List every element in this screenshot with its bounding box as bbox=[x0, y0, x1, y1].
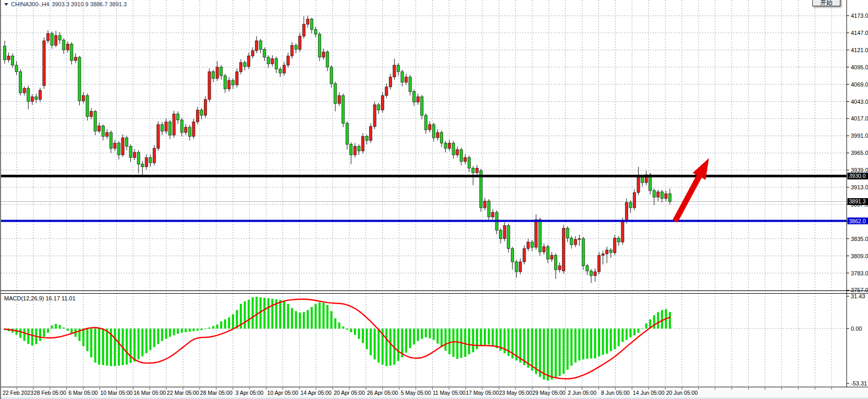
macd-histogram-bar bbox=[350, 329, 352, 332]
candle bbox=[295, 45, 297, 50]
macd-histogram-bar bbox=[385, 329, 387, 366]
start-button[interactable]: 开始 bbox=[812, 0, 840, 6]
candle bbox=[370, 127, 372, 141]
date-axis-label: 10 Mar 05:00 bbox=[100, 390, 132, 396]
candle bbox=[287, 56, 289, 65]
macd-histogram-bar bbox=[496, 329, 498, 348]
candle bbox=[326, 52, 329, 67]
candle bbox=[546, 247, 549, 259]
date-axis-label: 20 Apr 05:00 bbox=[334, 390, 365, 396]
macd-histogram-bar bbox=[47, 329, 49, 333]
macd-histogram-bar bbox=[126, 329, 128, 365]
macd-histogram-bar bbox=[358, 329, 360, 339]
current-price-line-tag-label: 3891.3 bbox=[849, 198, 866, 204]
macd-histogram-bar bbox=[397, 329, 399, 361]
date-axis-label: 3 Apr 05:00 bbox=[236, 390, 264, 396]
candle bbox=[248, 56, 250, 66]
macd-histogram-bar bbox=[338, 322, 340, 329]
macd-histogram-bar bbox=[228, 317, 230, 329]
terminal-window: 4173.04147.04121.04095.04069.04043.04017… bbox=[0, 0, 868, 399]
candle bbox=[405, 77, 408, 82]
macd-histogram-bar bbox=[555, 329, 557, 378]
candle bbox=[267, 57, 270, 64]
macd-histogram-bar bbox=[323, 303, 325, 329]
candle bbox=[35, 97, 38, 100]
candle bbox=[51, 33, 53, 45]
macd-histogram-bar bbox=[212, 326, 214, 329]
macd-histogram-bar bbox=[488, 329, 490, 345]
macd-histogram-bar bbox=[621, 329, 624, 342]
candle bbox=[492, 212, 494, 217]
candle bbox=[361, 137, 364, 151]
candle bbox=[302, 24, 305, 36]
macd-histogram-bar bbox=[255, 297, 258, 329]
macd-histogram-bar bbox=[161, 329, 163, 341]
macd-histogram-bar bbox=[314, 304, 316, 329]
candle bbox=[393, 65, 396, 77]
trend-arrow-shaft[interactable] bbox=[675, 174, 701, 221]
macd-histogram-bar bbox=[480, 329, 482, 346]
macd-histogram-bar bbox=[102, 329, 104, 365]
chart-area[interactable]: 4173.04147.04121.04095.04069.04043.04017… bbox=[1, 0, 868, 399]
candle bbox=[448, 143, 451, 148]
macd-histogram-bar bbox=[133, 329, 136, 361]
macd-histogram-bar bbox=[456, 329, 458, 359]
candle bbox=[452, 143, 455, 155]
candle bbox=[239, 63, 242, 72]
candle bbox=[460, 150, 462, 162]
macd-histogram-bar bbox=[287, 304, 289, 329]
candle bbox=[133, 152, 136, 158]
macd-histogram-bar bbox=[453, 329, 455, 357]
candle bbox=[665, 194, 667, 198]
date-axis-label: 2 Jun 05:00 bbox=[568, 390, 596, 396]
macd-histogram-bar bbox=[618, 329, 620, 346]
price-axis-label: 3757.0 bbox=[851, 287, 868, 293]
chart-title: CHINA300-,H4 3903.3 3910.9 3886.7 3891.3 bbox=[4, 1, 127, 7]
macd-histogram-bar bbox=[224, 319, 226, 329]
macd-histogram-bar bbox=[59, 325, 61, 329]
macd-histogram-bar bbox=[543, 329, 545, 380]
macd-histogram-bar bbox=[27, 329, 29, 344]
candle bbox=[94, 111, 96, 131]
macd-histogram-bar bbox=[185, 329, 187, 332]
macd-histogram-bar bbox=[669, 312, 671, 329]
macd-histogram-bar bbox=[153, 329, 155, 347]
date-axis-label: 20 Jun 05:00 bbox=[666, 390, 698, 396]
date-axis-label: 10 Apr 05:00 bbox=[267, 390, 299, 396]
macd-histogram-bar bbox=[19, 329, 21, 338]
price-axis-label: 4147.0 bbox=[851, 30, 868, 36]
macd-histogram-bar bbox=[602, 329, 604, 355]
candle bbox=[597, 255, 600, 272]
macd-histogram-bar bbox=[220, 321, 222, 329]
macd-histogram-bar bbox=[55, 324, 57, 329]
date-axis-label: 5 May 05:00 bbox=[401, 390, 431, 396]
candle bbox=[15, 65, 18, 72]
macd-histogram-bar bbox=[559, 329, 561, 376]
candle bbox=[358, 147, 360, 151]
candle bbox=[590, 271, 592, 276]
macd-histogram-bar bbox=[374, 329, 376, 359]
macd-histogram-bar bbox=[539, 329, 541, 377]
candle bbox=[641, 177, 644, 183]
candle bbox=[373, 105, 376, 127]
macd-signal-line bbox=[5, 299, 670, 379]
macd-histogram-bar bbox=[586, 329, 588, 359]
price-axis-label: 3939.0 bbox=[851, 167, 868, 173]
candle bbox=[23, 88, 26, 93]
candle bbox=[397, 65, 399, 72]
candle bbox=[334, 83, 337, 103]
macd-histogram-bar bbox=[197, 329, 199, 331]
price-axis-label: 3835.0 bbox=[851, 236, 868, 242]
candle bbox=[169, 122, 172, 135]
symbol-dropdown-icon[interactable] bbox=[4, 3, 8, 6]
macd-histogram-bar bbox=[23, 329, 26, 341]
macd-histogram-bar bbox=[574, 329, 577, 362]
macd-histogram-bar bbox=[570, 329, 572, 366]
candle bbox=[121, 138, 124, 155]
candle bbox=[582, 239, 584, 266]
candle bbox=[444, 143, 447, 148]
candle bbox=[63, 40, 65, 50]
candle bbox=[27, 88, 30, 101]
price-axis-label: 3809.0 bbox=[851, 253, 868, 259]
candles-layer bbox=[3, 16, 671, 283]
